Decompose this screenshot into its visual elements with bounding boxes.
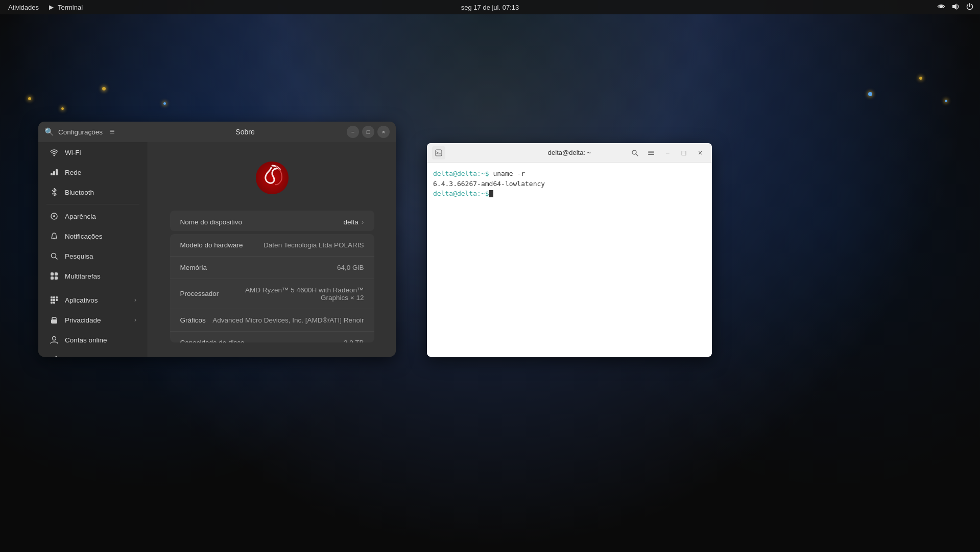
sidebar-item-multitarefas[interactable]: Multitarefas [41,266,145,286]
sidebar-item-privacidade-label: Privacidade [65,316,101,324]
bluetooth-icon [50,188,59,197]
svg-rect-13 [51,296,53,298]
terminal-tab-icon [432,146,445,159]
sidebar-item-multitarefas-label: Multitarefas [65,272,101,280]
search-sidebar-icon [50,251,59,261]
svg-rect-3 [51,173,53,175]
maximize-button[interactable]: □ [362,126,374,138]
processor-value: AMD Ryzen™ 5 4600H with Radeon™ Graphics… [219,286,364,302]
light-dot [102,87,106,90]
settings-window-title: Sobre [235,127,254,136]
topbar-left: Atividades ▶ Terminal [6,3,85,12]
svg-point-22 [53,337,56,340]
device-name-label: Nome do dispositivo [180,218,243,226]
graphics-row: Gráficos Advanced Micro Devices, Inc. [A… [170,309,374,332]
settings-sidebar: Wi-Fi Rede [38,142,148,357]
wifi-icon [50,148,59,157]
svg-rect-15 [56,296,58,298]
terminal-output-1: 6.4.3.66267-amd64-lowlatency [433,179,706,189]
terminal-minimize-button[interactable]: − [661,146,674,159]
search-icon[interactable]: 🔍 [44,127,54,136]
hardware-model-label: Modelo do hardware [180,241,243,249]
sound-icon[interactable] [951,3,960,12]
terminal-close-button[interactable]: × [694,146,707,159]
hardware-info-card: Modelo do hardware Daten Tecnologia Ltda… [170,234,374,342]
sidebar-item-rede-label: Rede [65,169,81,176]
graphics-label: Gráficos [180,316,206,324]
bell-icon [50,232,59,241]
sidebar-item-notificacoes[interactable]: Notificações [41,226,145,246]
sidebar-item-rede[interactable]: Rede [41,163,145,182]
multitask-icon [50,271,59,281]
svg-rect-26 [436,150,442,156]
svg-rect-9 [51,272,54,275]
terminal-topbar-item[interactable]: ▶ Terminal [49,3,85,12]
svg-rect-30 [648,154,654,155]
sidebar-item-pesquisa[interactable]: Pesquisa [41,246,145,266]
sidebar-item-compartilhamento[interactable]: Compartilhamento [41,350,145,357]
memory-label: Memória [180,264,207,271]
settings-title: Configurações [58,128,103,136]
terminal-maximize-button[interactable]: □ [677,146,690,159]
topbar: Atividades ▶ Terminal seg 17 de jul. 07:… [0,0,980,14]
memory-value: 64,0 GiB [337,264,364,271]
light-dot [163,102,166,105]
sidebar-item-contas[interactable]: Contas online [41,330,145,350]
privacy-icon [50,315,59,325]
terminal-output-text-1: 6.4.3.66267-amd64-lowlatency [433,180,545,188]
svg-rect-29 [648,152,654,153]
accounts-icon [50,335,59,344]
sidebar-item-compartilhamento-label: Compartilhamento [65,356,121,357]
device-name-value[interactable]: delta › [344,218,364,226]
processor-row: Processador AMD Ryzen™ 5 4600H with Rade… [170,279,374,309]
sidebar-item-pesquisa-label: Pesquisa [65,252,93,260]
sidebar-item-wifi-label: Wi-Fi [65,149,81,156]
light-dot [945,100,947,102]
sidebar-item-privacidade[interactable]: Privacidade › [41,310,145,330]
activities-button[interactable]: Atividades [6,3,41,12]
privacidade-arrow-icon: › [134,316,136,324]
network-icon [50,168,59,177]
window-controls: − □ × [347,126,390,138]
appearance-icon [50,212,59,221]
svg-marker-1 [952,4,957,10]
terminal-titlebar: delta@delta: ~ − □ × [427,143,712,163]
device-name-arrow-icon: › [362,218,364,226]
svg-point-7 [53,215,55,217]
sidebar-item-aplicativos[interactable]: Aplicativos › [41,290,145,310]
sidebar-item-aparencia[interactable]: Aparência [41,206,145,226]
close-button[interactable]: × [377,126,390,138]
light-dot [919,77,922,80]
topbar-datetime: seg 17 de jul. 07:13 [461,4,519,11]
terminal-prompt-1: delta@delta:~$ [433,170,489,177]
sidebar-item-wifi[interactable]: Wi-Fi [41,143,145,162]
hardware-model-value: Daten Tecnologia Ltda POLARIS [264,241,364,249]
light-dot [28,97,31,100]
sidebar-item-bluetooth-label: Bluetooth [65,189,94,196]
terminal-body[interactable]: delta@delta:~$ uname -r 6.4.3.66267-amd6… [427,163,712,357]
svg-rect-18 [56,299,58,301]
terminal-topbar-icon: ▶ [49,4,54,11]
network-icon[interactable] [937,3,945,12]
terminal-prompt-2: delta@delta:~$ [433,190,489,197]
device-name-row[interactable]: Nome do dispositivo delta › [170,211,374,231]
terminal-menu-button[interactable] [644,146,658,159]
aplicativos-arrow-icon: › [134,296,136,304]
svg-rect-21 [51,319,57,324]
terminal-topbar-label[interactable]: Terminal [56,3,85,12]
svg-rect-11 [51,277,54,280]
terminal-window-controls: − □ × [628,146,707,159]
svg-point-2 [54,155,55,156]
svg-rect-14 [53,296,55,298]
hamburger-icon[interactable]: ≡ [110,127,114,136]
power-icon[interactable] [966,3,974,12]
minimize-button[interactable]: − [347,126,359,138]
svg-rect-4 [53,171,55,175]
terminal-search-button[interactable] [628,146,641,159]
sidebar-item-contas-label: Contas online [65,336,107,344]
sidebar-item-bluetooth[interactable]: Bluetooth [41,182,145,202]
disk-value: 2,0 TB [344,339,364,342]
terminal-line-2: delta@delta:~$ [433,189,706,199]
svg-rect-19 [51,302,53,304]
terminal-title: delta@delta: ~ [548,149,591,156]
